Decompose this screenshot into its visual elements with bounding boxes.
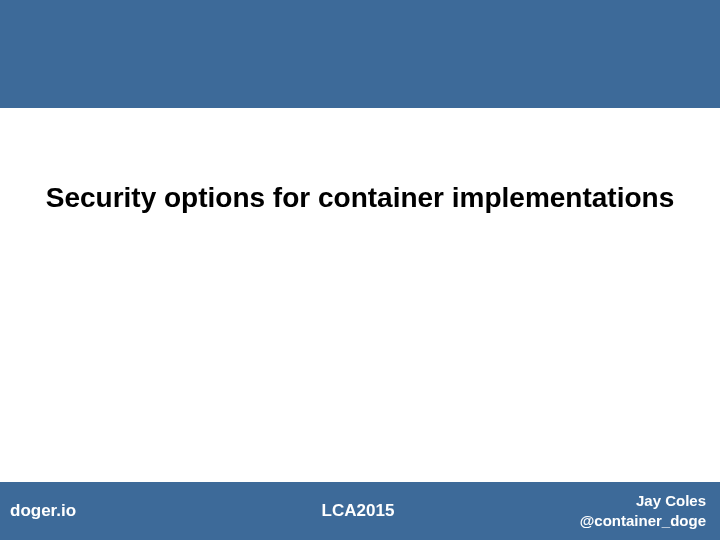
slide-content: Security options for container implement…: [0, 108, 720, 216]
header-bar: [0, 0, 720, 108]
footer-bar: doger.io LCA2015 Jay Coles @container_do…: [0, 482, 720, 540]
footer-left-text: doger.io: [10, 501, 242, 521]
slide-title: Security options for container implement…: [0, 180, 720, 216]
footer-author-name: Jay Coles: [474, 491, 706, 511]
footer-center-text: LCA2015: [242, 501, 474, 521]
footer-right-block: Jay Coles @container_doge: [474, 491, 706, 532]
footer-author-handle: @container_doge: [474, 511, 706, 531]
